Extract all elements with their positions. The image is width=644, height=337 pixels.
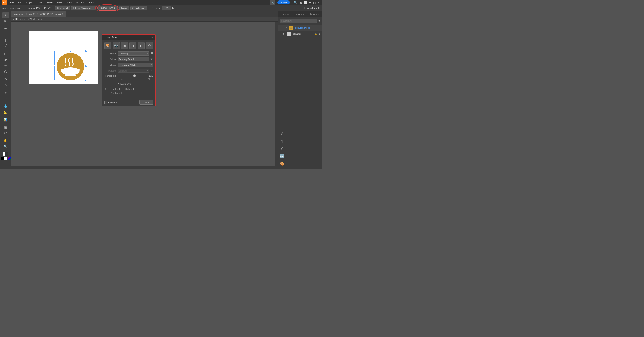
handle-tm[interactable] — [70, 50, 71, 52]
line-tool[interactable]: ╱ — [2, 44, 9, 49]
recolor-icon[interactable]: 🎨 — [279, 161, 285, 167]
image-layer-row[interactable]: 👁 🖼 <Image> 🔒 ● — [278, 31, 322, 37]
share-button[interactable]: Share — [277, 1, 290, 5]
hand-tool[interactable]: ✋ — [2, 138, 9, 143]
handle-bm[interactable] — [70, 80, 71, 81]
more-tools[interactable]: ••• — [2, 162, 9, 168]
crop-image-button[interactable]: Crop Image — [130, 6, 147, 10]
menu-view[interactable]: View — [65, 1, 74, 4]
character-icon[interactable]: ℂ — [279, 146, 285, 152]
more-options-icon[interactable]: ▶ — [172, 7, 174, 10]
rotate-tool[interactable]: ↻ — [2, 76, 9, 82]
slice-tool[interactable]: ✂ — [2, 130, 9, 136]
width-tool[interactable]: ↔ — [2, 96, 9, 101]
warp-tool[interactable]: ⌀ — [2, 90, 9, 95]
measure-tool[interactable]: 📐 — [2, 109, 9, 115]
preset-bw-btn[interactable]: ◐ — [138, 42, 144, 49]
pencil-tool[interactable]: ✏ — [2, 63, 9, 69]
isolation-visibility-icon[interactable]: 👁 — [285, 26, 288, 29]
menu-file[interactable]: File — [8, 1, 16, 4]
close-icon[interactable]: ✕ — [318, 1, 320, 4]
gradient-swatch[interactable] — [8, 157, 11, 160]
preset-highfid-btn[interactable]: 📷 — [113, 42, 120, 49]
preset-dropdown[interactable]: [Default] ▾ — [118, 51, 149, 56]
panel-close-btn[interactable]: × — [152, 36, 153, 39]
horizontal-scrollbar[interactable] — [12, 166, 275, 169]
eyedropper-tool[interactable]: 💧 — [2, 103, 9, 109]
opentype-icon[interactable]: 🔤 — [279, 153, 285, 159]
paintbrush-tool[interactable]: 🖌 — [2, 57, 9, 63]
tab-libraries[interactable]: Libraries — [308, 12, 322, 17]
vertical-scrollbar[interactable] — [275, 22, 278, 169]
menu-object[interactable]: Object — [24, 1, 35, 4]
preset-3color-btn[interactable]: ▣ — [121, 42, 128, 49]
handle-mr[interactable] — [86, 65, 87, 67]
breadcrumb-image[interactable]: <Image> — [33, 18, 42, 21]
tab-properties[interactable]: Properties — [293, 12, 307, 17]
appearance-icon[interactable]: A — [279, 131, 285, 137]
curvature-tool[interactable]: ⌒ — [2, 32, 9, 37]
align-icon-1[interactable]: ⊟ — [303, 7, 304, 10]
arrange-icon[interactable]: ⊞ — [299, 1, 302, 4]
scale-tool[interactable]: ⤡ — [2, 82, 9, 88]
menu-edit[interactable]: Edit — [16, 1, 24, 4]
artboard-tool[interactable]: ▣ — [2, 124, 9, 130]
arrange2-icon[interactable]: ⬜ — [304, 1, 308, 4]
color-fill-stroke[interactable] — [2, 151, 9, 157]
handle-bl[interactable] — [54, 80, 55, 81]
slider-thumb[interactable] — [133, 75, 136, 77]
type-tool[interactable]: T — [2, 38, 9, 43]
handle-ml[interactable] — [54, 65, 55, 67]
handle-tr[interactable] — [86, 50, 87, 52]
panel-header[interactable]: Image Trace – × — [102, 35, 155, 40]
transform-icon[interactable]: ⊞ — [318, 7, 320, 10]
pen-tool[interactable]: ✒ — [2, 26, 9, 31]
handle-br[interactable] — [86, 80, 87, 81]
trace-button[interactable]: Trace — [139, 100, 153, 105]
graph-tool[interactable]: 📊 — [2, 117, 9, 122]
preset-grayscale-btn[interactable]: ◑ — [130, 42, 136, 49]
minimize-icon[interactable]: ─ — [309, 1, 312, 4]
search-icon[interactable]: 🔍 — [294, 1, 298, 4]
shaper-tool[interactable]: ⬡ — [2, 69, 9, 75]
edit-photoshop-button[interactable]: Edit in Photoshop... — [71, 6, 96, 10]
advanced-row[interactable]: ▶ Advanced — [104, 82, 153, 85]
isolation-expand-icon[interactable]: ▸ — [280, 27, 284, 29]
black-swatch[interactable] — [1, 157, 4, 160]
paragraph-icon[interactable]: ¶ — [279, 138, 285, 144]
menu-type[interactable]: Type — [36, 1, 44, 4]
view-visibility-icon[interactable]: 👁 — [150, 58, 153, 61]
preview-checkbox[interactable] — [104, 101, 107, 104]
menu-select[interactable]: Select — [44, 1, 55, 4]
tab-layers[interactable]: Layers — [278, 12, 293, 17]
menu-help[interactable]: Help — [87, 1, 96, 4]
white-swatch[interactable] — [4, 157, 7, 160]
menu-window[interactable]: Window — [74, 1, 87, 4]
tab-close-button[interactable]: × — [62, 13, 64, 15]
canvas-content[interactable]: ▲ — [12, 22, 278, 169]
direct-select-tool[interactable] — [2, 18, 9, 24]
zoom-tool[interactable]: 🔍 — [2, 144, 9, 149]
mask-button[interactable]: Mask — [119, 6, 129, 10]
mode-dropdown[interactable]: Black and White ▾ — [118, 63, 153, 67]
menu-effect[interactable]: Effect — [55, 1, 65, 4]
threshold-slider[interactable] — [118, 74, 146, 77]
opacity-value[interactable]: 100% — [162, 6, 171, 10]
image-trace-button[interactable]: Image Trace ▾ — [97, 6, 118, 11]
select-tool[interactable] — [2, 12, 9, 18]
unembed-button[interactable]: Unembed — [55, 6, 70, 10]
image-layer-lock-icon[interactable]: 🔒 — [314, 33, 318, 36]
transform-label[interactable]: Transform — [306, 7, 317, 10]
view-dropdown[interactable]: Tracing Result ▾ — [118, 57, 149, 61]
search-filter-icon[interactable]: ▼ — [318, 19, 321, 23]
extension-icon[interactable]: 🔧 — [270, 0, 275, 5]
handle-tl[interactable] — [54, 50, 55, 52]
document-tab[interactable]: image.png @ 45.86 % (RGB/CPU Preview) × — [12, 12, 66, 17]
preset-outline-btn[interactable]: ⬡ — [146, 42, 153, 49]
restore-icon[interactable]: ◻ — [313, 1, 316, 4]
preset-auto-btn[interactable]: 🎨 — [104, 42, 111, 49]
breadcrumb-layer[interactable]: Layer 1 — [19, 18, 27, 21]
search-input[interactable] — [280, 19, 317, 23]
panel-minimize-btn[interactable]: – — [148, 36, 150, 39]
image-layer-visibility-icon[interactable]: 👁 — [282, 32, 285, 36]
